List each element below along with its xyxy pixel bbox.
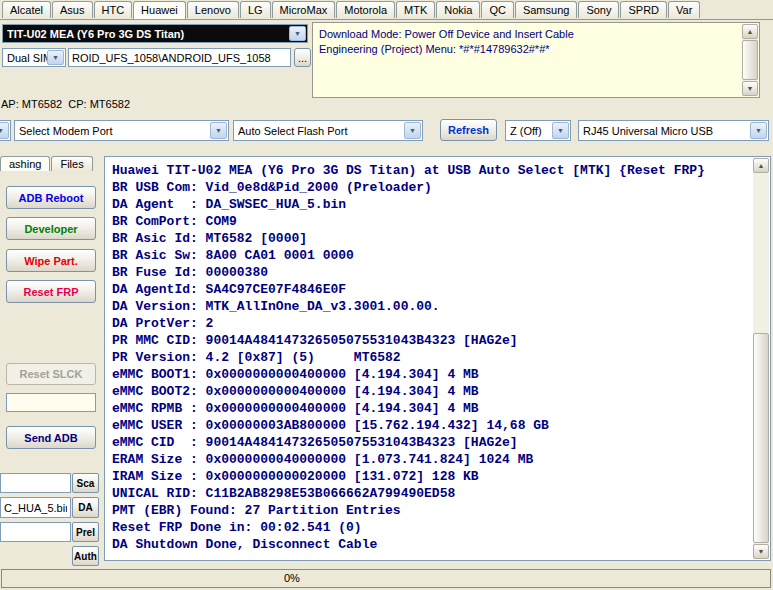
log-line: eMMC BOOT2: 0x0000000000400000 [4.194.30… bbox=[112, 383, 748, 400]
log-line: BR Asic Id: MT6582 [0000] bbox=[112, 230, 748, 247]
flash-tool-window: AlcatelAsusHTCHuaweiLenovoLGMicroMaxMoto… bbox=[0, 0, 773, 590]
scrollbar-thumb[interactable] bbox=[753, 333, 769, 543]
adb-reboot-button[interactable]: ADB Reboot bbox=[6, 186, 96, 209]
auth-button[interactable]: Auth bbox=[72, 546, 99, 566]
log-line: Huawei TIT-U02 MEA (Y6 Pro 3G DS Titan) … bbox=[112, 162, 748, 179]
brand-tab-bar: AlcatelAsusHTCHuaweiLenovoLGMicroMaxMoto… bbox=[0, 1, 773, 20]
log-output: Huawei TIT-U02 MEA (Y6 Pro 3G DS Titan) … bbox=[112, 162, 748, 556]
chevron-down-icon[interactable]: ▼ bbox=[552, 122, 569, 139]
log-line: BR ComPort: COM9 bbox=[112, 213, 748, 230]
tab-lenovo[interactable]: Lenovo bbox=[187, 1, 239, 18]
log-line: Reset FRP Done in: 00:02.541 (0) bbox=[112, 519, 748, 536]
log-line: BR Fuse Id: 00000380 bbox=[112, 264, 748, 281]
log-line: IRAM Size : 0x0000000000020000 [131.072]… bbox=[112, 468, 748, 485]
tab-lg[interactable]: LG bbox=[240, 1, 271, 18]
tab-motorola[interactable]: Motorola bbox=[336, 1, 395, 18]
info-scrollbar[interactable]: ▲ ▼ bbox=[742, 24, 758, 96]
z-option-select[interactable]: Z (Off) ▼ bbox=[505, 120, 571, 141]
log-line: eMMC RPMB : 0x0000000000400000 [4.194.30… bbox=[112, 400, 748, 417]
info-line-engineering-menu: Engineering (Project) Menu: *#*#14789632… bbox=[319, 42, 737, 57]
chevron-down-icon[interactable]: ▼ bbox=[289, 26, 306, 41]
tab-sony[interactable]: Sony bbox=[578, 1, 619, 18]
log-line: eMMC CID : 90014A484147326505075531043B4… bbox=[112, 434, 748, 451]
send-adb-button[interactable]: Send ADB bbox=[6, 426, 96, 449]
chipset-info-label: AP: MT6582 CP: MT6582 bbox=[1, 98, 130, 110]
log-line: BR Asic Sw: 8A00 CA01 0001 0000 bbox=[112, 247, 748, 264]
log-line: eMMC USER : 0x00000003AB800000 [15.762.1… bbox=[112, 417, 748, 434]
scroll-up-icon[interactable]: ▲ bbox=[742, 24, 758, 39]
log-line: BR USB Com: Vid_0e8d&Pid_2000 (Preloader… bbox=[112, 179, 748, 196]
tab-flashing[interactable]: ashing bbox=[0, 156, 50, 171]
da-file-field[interactable] bbox=[0, 497, 71, 518]
log-line: DA ProtVer: 2 bbox=[112, 315, 748, 332]
scroll-down-icon[interactable]: ▼ bbox=[753, 544, 769, 559]
progress-bar: 0% bbox=[1, 569, 771, 588]
flash-port-value: Auto Select Flash Port bbox=[238, 125, 364, 137]
reset-frp-button[interactable]: Reset FRP bbox=[6, 280, 96, 303]
chevron-down-icon[interactable]: ▼ bbox=[750, 122, 767, 139]
tab-huawei[interactable]: Huawei bbox=[133, 1, 186, 19]
tab-nokia[interactable]: Nokia bbox=[436, 1, 480, 18]
scroll-up-icon[interactable]: ▲ bbox=[753, 158, 769, 173]
developer-button[interactable]: Developer bbox=[6, 217, 96, 240]
log-line: eMMC BOOT1: 0x0000000000400000 [4.194.30… bbox=[112, 366, 748, 383]
model-select-value: TIT-U02 MEA (Y6 Pro 3G DS Titan) bbox=[7, 28, 201, 40]
info-line-download-mode: Download Mode: Power Off Device and Inse… bbox=[319, 27, 737, 42]
sim-select[interactable]: Dual SIM ▼ bbox=[2, 48, 66, 67]
tab-sprd[interactable]: SPRD bbox=[620, 1, 667, 18]
tab-files[interactable]: Files bbox=[51, 156, 92, 171]
chevron-down-icon[interactable]: ▼ bbox=[404, 122, 421, 139]
tab-asus[interactable]: Asus bbox=[52, 1, 92, 18]
scan-field[interactable] bbox=[0, 473, 71, 493]
flash-port-select[interactable]: Auto Select Flash Port ▼ bbox=[233, 120, 423, 141]
da-button[interactable]: DA bbox=[72, 497, 99, 518]
log-line: DA Agent : DA_SWSEC_HUA_5.bin bbox=[112, 196, 748, 213]
cable-type-value: RJ45 Universal Micro USB bbox=[583, 125, 730, 137]
refresh-button[interactable]: Refresh bbox=[440, 119, 497, 141]
device-info-box: Download Mode: Power Off Device and Inse… bbox=[312, 22, 760, 98]
sidebar-text-field[interactable] bbox=[6, 393, 96, 412]
log-line: DA Version: MTK_AllInOne_DA_v3.3001.00.0… bbox=[112, 298, 748, 315]
log-line: DA AgentId: SA4C97CE07F4846E0F bbox=[112, 281, 748, 298]
log-line: PR Version: 4.2 [0x87] (5) MT6582 bbox=[112, 349, 748, 366]
log-line: UNICAL RID: C11B2AB8298E53B066662A799490… bbox=[112, 485, 748, 502]
log-scrollbar[interactable]: ▲ ▼ bbox=[753, 158, 769, 559]
chevron-down-icon[interactable]: ▼ bbox=[47, 50, 64, 65]
tab-alcatel[interactable]: Alcatel bbox=[2, 1, 51, 18]
firmware-path-input[interactable] bbox=[68, 48, 291, 67]
tab-qc[interactable]: QC bbox=[481, 1, 514, 18]
log-line: DA Shutdown Done, Disconnect Cable bbox=[112, 536, 748, 553]
log-panel: Huawei TIT-U02 MEA (Y6 Pro 3G DS Titan) … bbox=[104, 156, 771, 561]
preloader-button[interactable]: Prel bbox=[72, 522, 99, 542]
scan-button[interactable]: Sca bbox=[72, 473, 99, 493]
tab-samsung[interactable]: Samsung bbox=[515, 1, 577, 18]
browse-button[interactable]: ... bbox=[294, 48, 311, 67]
chevron-down-icon[interactable]: ▼ bbox=[0, 122, 9, 139]
tab-htc[interactable]: HTC bbox=[94, 1, 133, 18]
reset-slck-button: Reset SLCK bbox=[6, 363, 96, 385]
log-line: ERAM Size : 0x0000000040000000 [1.073.74… bbox=[112, 451, 748, 468]
chevron-down-icon[interactable]: ▼ bbox=[210, 122, 227, 139]
tab-mtk[interactable]: MTK bbox=[396, 1, 435, 18]
model-select[interactable]: TIT-U02 MEA (Y6 Pro 3G DS Titan) ▼ bbox=[2, 24, 308, 43]
progress-label: 0% bbox=[284, 572, 300, 584]
scrollbar-thumb[interactable] bbox=[742, 40, 758, 80]
tab-var[interactable]: Var bbox=[668, 1, 700, 18]
modem-port-value: Select Modem Port bbox=[19, 125, 130, 137]
wipe-partition-button[interactable]: Wipe Part. bbox=[6, 249, 96, 272]
tab-micromax[interactable]: MicroMax bbox=[272, 1, 336, 18]
preloader-field[interactable] bbox=[0, 522, 71, 542]
modem-port-select[interactable]: Select Modem Port ▼ bbox=[14, 120, 229, 141]
log-line: PMT (EBR) Found: 27 Partition Entries bbox=[112, 502, 748, 519]
cable-type-select[interactable]: RJ45 Universal Micro USB ▼ bbox=[578, 120, 769, 141]
log-line: PR MMC CID: 90014A484147326505075531043B… bbox=[112, 332, 748, 349]
port-combo-cropped[interactable]: ▼ bbox=[0, 120, 11, 141]
page-tab-bar: ashingFiles bbox=[0, 156, 104, 173]
scroll-down-icon[interactable]: ▼ bbox=[742, 81, 758, 96]
